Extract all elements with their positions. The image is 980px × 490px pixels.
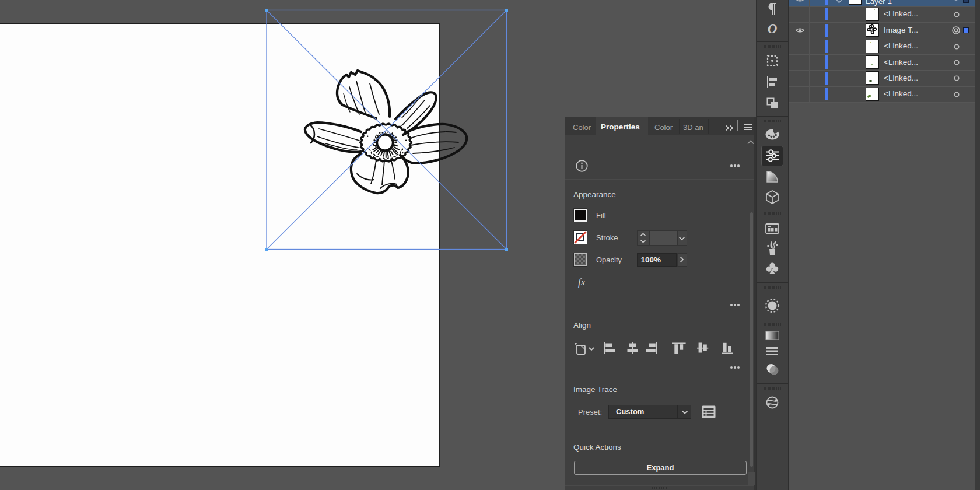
svg-text:O: O — [768, 22, 778, 36]
